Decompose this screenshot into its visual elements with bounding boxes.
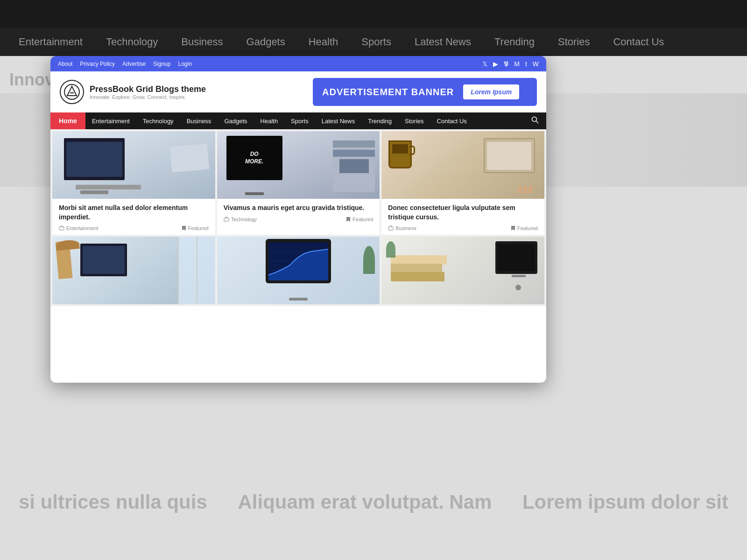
article-card-4 xyxy=(52,237,215,304)
article-card-3: Donec consectetuer ligula vulputate sem … xyxy=(381,131,544,235)
search-icon[interactable] xyxy=(524,112,546,129)
nav-gadgets[interactable]: Gadgets xyxy=(218,113,254,129)
finger-1 xyxy=(518,186,522,193)
main-window: About Privacy Policy Advertise Signup Lo… xyxy=(50,56,546,383)
advertise-link[interactable]: Advertise xyxy=(122,61,146,67)
do-more-text: DOMORE. xyxy=(245,151,263,165)
monitor-4 xyxy=(80,244,127,276)
bg-nav-gadgets: Gadgets xyxy=(247,36,285,48)
ad-button[interactable]: Lorem Ipsum xyxy=(463,84,519,99)
book-3 xyxy=(391,272,444,281)
featured-icon-2 xyxy=(346,217,351,222)
main-nav: Home Entertainment Technology Business G… xyxy=(50,112,546,129)
category-icon-2 xyxy=(224,217,229,222)
article-meta-1: Entertainment Featured xyxy=(59,225,209,231)
window-bg xyxy=(178,237,215,304)
svg-rect-6 xyxy=(224,218,229,221)
util-bar-right: 𝕏 ▶ 𝕻 M t W xyxy=(482,60,539,68)
nav-trending[interactable]: Trending xyxy=(361,113,398,129)
nav-home[interactable]: Home xyxy=(50,112,85,129)
nav-health[interactable]: Health xyxy=(254,113,285,129)
tumblr-icon[interactable]: t xyxy=(525,60,527,68)
article-title-2: Vivamus a mauris eget arcu gravida trist… xyxy=(224,203,374,213)
article-category-3: Business xyxy=(388,225,416,231)
stand-6 xyxy=(512,275,526,277)
chart-screen xyxy=(268,242,328,280)
article-card-1: Morbi sit amet nulla sed dolor elementum… xyxy=(52,131,215,235)
nav-business[interactable]: Business xyxy=(180,113,218,129)
monitor-stand-2 xyxy=(245,192,264,195)
ad-banner: ADVERTISEMENT BANNER Lorem Ipsum xyxy=(313,78,537,106)
svg-point-3 xyxy=(532,117,537,122)
privacy-policy-link[interactable]: Privacy Policy xyxy=(80,61,115,67)
book-1 xyxy=(391,255,447,265)
laptop-3 xyxy=(484,138,535,173)
article-img-6 xyxy=(381,237,544,304)
article-img-2: DOMORE. xyxy=(217,131,380,199)
article-card-6 xyxy=(381,237,544,304)
nav-sports[interactable]: Sports xyxy=(284,113,315,129)
content-grid: Morbi sit amet nulla sed dolor elementum… xyxy=(50,129,546,306)
bg-bottom-right: Lorem ipsum dolor sit xyxy=(522,491,728,513)
article-tag-2: Featured xyxy=(346,217,373,222)
article-body-2: Vivamus a mauris eget arcu gravida trist… xyxy=(217,199,380,226)
nav-latestnews[interactable]: Latest News xyxy=(315,113,362,129)
logo-svg xyxy=(63,84,80,100)
article-tag-1: Featured xyxy=(182,225,209,231)
pinterest-icon[interactable]: 𝕻 xyxy=(504,60,508,68)
finger-2 xyxy=(523,186,527,194)
site-logo xyxy=(60,80,84,104)
plant-5 xyxy=(363,246,375,274)
signup-link[interactable]: Signup xyxy=(153,61,170,67)
svg-line-4 xyxy=(536,121,539,124)
finger-3 xyxy=(529,186,532,193)
medium-icon[interactable]: M xyxy=(514,60,520,68)
coffee-sleeve xyxy=(392,144,408,154)
about-link[interactable]: About xyxy=(58,61,72,67)
plant xyxy=(339,159,369,173)
monitor-shape-1 xyxy=(64,138,125,180)
bg-bottom-text-area: si ultrices nulla quis Aliquam erat volu… xyxy=(0,491,747,513)
apple-logo xyxy=(515,285,521,290)
featured-icon-3 xyxy=(511,225,515,231)
article-card-2: DOMORE. Vivamus a mauris eget arcu gravi… xyxy=(217,131,380,235)
finger-4 xyxy=(534,186,537,194)
svg-rect-5 xyxy=(59,227,64,230)
nav-technology[interactable]: Technology xyxy=(136,113,180,129)
laptop-shape xyxy=(169,144,209,173)
bg-bottom-center: Aliquam erat volutpat. Nam xyxy=(238,491,492,513)
article-img-4 xyxy=(52,237,215,304)
category-icon-3 xyxy=(388,225,394,231)
nav-contactus[interactable]: Contact Us xyxy=(430,113,473,129)
svg-rect-7 xyxy=(388,227,393,230)
article-tag-3: Featured xyxy=(511,225,538,231)
bg-nav-latestnews: Latest News xyxy=(415,36,471,48)
ad-text: ADVERTISEMENT BANNER xyxy=(322,87,454,98)
youtube-icon[interactable]: ▶ xyxy=(493,60,498,68)
bg-top-bar xyxy=(0,0,747,28)
twitter-icon[interactable]: 𝕏 xyxy=(482,60,487,68)
bg-nav-business: Business xyxy=(181,36,223,48)
login-link[interactable]: Login xyxy=(178,61,191,67)
monitor-2: DOMORE. xyxy=(226,136,282,180)
book-2 xyxy=(391,264,442,273)
monitor-6 xyxy=(495,241,537,274)
header-area: PressBook Grid Blogs theme Innovate. Exp… xyxy=(50,71,546,112)
shelf-1 xyxy=(333,140,375,147)
bg-nav-entertainment: Entertainment xyxy=(19,36,83,48)
wordpress-icon[interactable]: W xyxy=(533,60,539,68)
bg-nav-contactus: Contact Us xyxy=(613,36,664,48)
chart-svg xyxy=(268,242,328,280)
bg-nav-health: Health xyxy=(309,36,338,48)
site-tagline: Innovate. Explore. Grow. Connect. Inspir… xyxy=(90,94,206,100)
cup-handle xyxy=(409,146,415,155)
util-bar: About Privacy Policy Advertise Signup Lo… xyxy=(50,56,546,71)
nav-entertainment[interactable]: Entertainment xyxy=(85,113,136,129)
bg-nav-technology: Technology xyxy=(106,36,158,48)
category-icon-1 xyxy=(59,225,64,231)
plant-6 xyxy=(386,241,395,258)
nav-stories[interactable]: Stories xyxy=(398,113,430,129)
bg-nav-stories: Stories xyxy=(558,36,590,48)
shelf-unit xyxy=(333,140,375,192)
bg-nav-trending: Trending xyxy=(494,36,535,48)
